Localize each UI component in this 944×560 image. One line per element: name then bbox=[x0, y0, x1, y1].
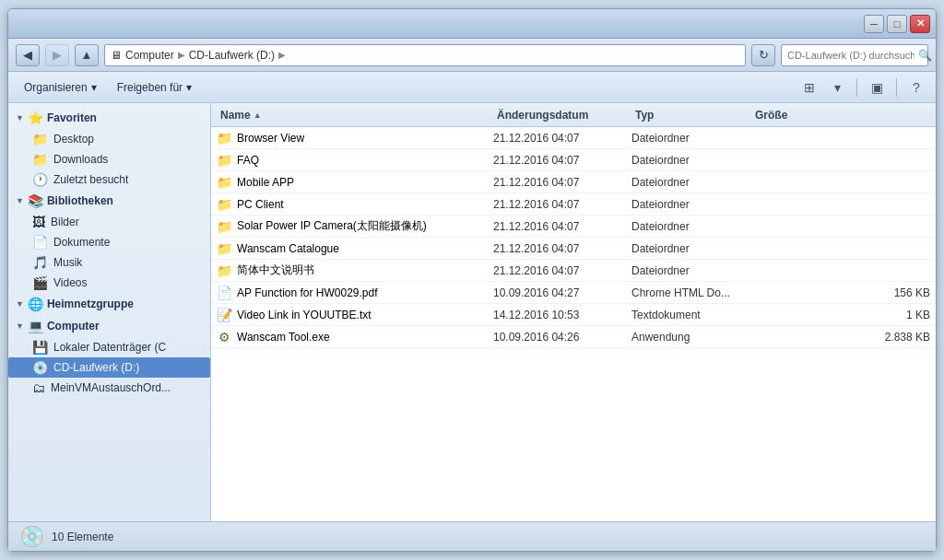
view-tiles-button[interactable]: ⊞ bbox=[797, 76, 821, 99]
table-row[interactable]: 📁 Mobile APP 21.12.2016 04:07 Dateiordne… bbox=[211, 171, 936, 193]
sidebar-item-meinvm[interactable]: 🗂 MeinVMAustauschOrd... bbox=[8, 378, 210, 398]
heimnetz-icon: 🌐 bbox=[28, 297, 43, 311]
file-name-cell: 📁 FAQ bbox=[211, 153, 488, 168]
breadcrumb-computer[interactable]: Computer bbox=[125, 49, 174, 62]
table-row[interactable]: 📝 Video Link in YOUUTBE.txt 14.12.2016 1… bbox=[211, 304, 936, 326]
organize-chevron: ▾ bbox=[91, 81, 97, 94]
col-type-label: Typ bbox=[635, 109, 654, 122]
sidebar-item-lokaler[interactable]: 💾 Lokaler Datenträger (C bbox=[8, 337, 210, 357]
col-header-size[interactable]: Größe bbox=[749, 109, 932, 122]
file-date-cell: 10.09.2016 04:26 bbox=[488, 331, 626, 344]
file-date-cell: 21.12.2016 04:07 bbox=[488, 176, 626, 189]
musik-label: Musik bbox=[53, 256, 82, 269]
toolbar: Organisieren ▾ Freigeben für ▾ ⊞ ▾ ▣ ? bbox=[8, 72, 936, 103]
table-row[interactable]: 📁 简体中文说明书 21.12.2016 04:07 Dateiordner bbox=[211, 260, 936, 282]
bilder-label: Bilder bbox=[51, 216, 79, 228]
table-row[interactable]: ⚙ Wanscam Tool.exe 10.09.2016 04:26 Anwe… bbox=[211, 326, 936, 348]
table-row[interactable]: 📁 Browser View 21.12.2016 04:07 Dateiord… bbox=[211, 127, 936, 149]
section-bibliotheken[interactable]: ▼ 📚 Bibliotheken bbox=[8, 190, 210, 212]
status-bar: 💿 10 Elemente bbox=[8, 521, 936, 551]
table-row[interactable]: 📁 Wanscam Catalogue 21.12.2016 04:07 Dat… bbox=[211, 238, 936, 260]
table-row[interactable]: 📁 Solar Power IP Camera(太阳能摄像机) 21.12.20… bbox=[211, 216, 936, 238]
file-date-cell: 21.12.2016 04:07 bbox=[488, 264, 626, 277]
view-dropdown-button[interactable]: ▾ bbox=[825, 76, 849, 99]
search-icon: 🔍 bbox=[918, 49, 932, 62]
share-label: Freigeben für bbox=[117, 81, 183, 94]
file-header: Name ▲ Änderungsdatum Typ Größe bbox=[211, 103, 936, 127]
window-controls: ─ □ ✕ bbox=[864, 15, 930, 33]
bibliotheken-triangle: ▼ bbox=[16, 196, 24, 205]
table-row[interactable]: 📁 PC Client 21.12.2016 04:07 Dateiordner bbox=[211, 193, 936, 216]
sidebar-item-zuletzt[interactable]: 🕐 Zuletzt besucht bbox=[8, 169, 210, 190]
file-type-cell: Dateiordner bbox=[626, 220, 746, 233]
file-type-cell: Anwendung bbox=[626, 331, 746, 344]
file-size-cell: 1 KB bbox=[746, 309, 936, 321]
address-bar: ◀ ▶ ▲ 🖥 Computer ▶ CD-Laufwerk (D:) ▶ ↻ … bbox=[8, 39, 936, 72]
help-button[interactable]: ? bbox=[904, 76, 928, 99]
lokaler-icon: 💾 bbox=[32, 340, 48, 355]
folder-icon: 📁 bbox=[215, 263, 233, 278]
back-button[interactable]: ◀ bbox=[16, 44, 40, 66]
zuletzt-label: Zuletzt besucht bbox=[53, 173, 128, 186]
col-header-date[interactable]: Änderungsdatum bbox=[491, 109, 630, 122]
sidebar-item-cdlaufwerk[interactable]: 💿 CD-Laufwerk (D:) bbox=[8, 357, 210, 378]
sidebar-item-dokumente[interactable]: 📄 Dokumente bbox=[8, 232, 210, 252]
bibliotheken-icon: 📚 bbox=[28, 193, 43, 208]
file-date-cell: 21.12.2016 04:07 bbox=[488, 220, 626, 233]
forward-button[interactable]: ▶ bbox=[45, 44, 69, 66]
file-pane: Name ▲ Änderungsdatum Typ Größe � bbox=[211, 103, 936, 521]
section-heimnetz[interactable]: ▼ 🌐 Heimnetzgruppe bbox=[8, 293, 210, 315]
sidebar-item-musik[interactable]: 🎵 Musik bbox=[8, 252, 210, 273]
file-size-cell: 2.838 KB bbox=[746, 331, 936, 344]
sidebar-item-videos[interactable]: 🎬 Videos bbox=[8, 273, 210, 293]
file-type-cell: Dateiordner bbox=[626, 242, 746, 255]
table-row[interactable]: 📁 FAQ 21.12.2016 04:07 Dateiordner bbox=[211, 149, 936, 171]
search-input[interactable] bbox=[787, 50, 914, 61]
file-date-cell: 10.09.2016 04:27 bbox=[488, 286, 626, 299]
table-row[interactable]: 📄 AP Function for HW0029.pdf 10.09.2016 … bbox=[211, 282, 936, 304]
file-name: Wanscam Tool.exe bbox=[237, 331, 330, 344]
organize-label: Organisieren bbox=[24, 81, 88, 94]
breadcrumb-current[interactable]: CD-Laufwerk (D:) bbox=[189, 49, 275, 62]
col-name-label: Name bbox=[220, 109, 251, 122]
organize-button[interactable]: Organisieren ▾ bbox=[16, 76, 105, 99]
sidebar-item-desktop[interactable]: 📁 Desktop bbox=[8, 129, 210, 149]
col-header-name[interactable]: Name ▲ bbox=[215, 109, 491, 122]
file-name: FAQ bbox=[237, 154, 259, 167]
share-button[interactable]: Freigeben für ▾ bbox=[109, 76, 200, 99]
breadcrumb[interactable]: 🖥 Computer ▶ CD-Laufwerk (D:) ▶ bbox=[104, 44, 746, 66]
up-button[interactable]: ▲ bbox=[75, 44, 99, 66]
sidebar-item-downloads[interactable]: 📁 Downloads bbox=[8, 149, 210, 169]
pdf-icon: 📄 bbox=[215, 286, 233, 300]
sidebar: ▼ ⭐ Favoriten 📁 Desktop 📁 Downloads 🕐 Zu… bbox=[8, 103, 211, 521]
share-chevron: ▾ bbox=[186, 81, 192, 94]
heimnetz-triangle: ▼ bbox=[16, 299, 24, 309]
col-header-type[interactable]: Typ bbox=[630, 109, 749, 122]
search-box[interactable]: 🔍 bbox=[781, 44, 928, 66]
sidebar-item-bilder[interactable]: 🖼 Bilder bbox=[8, 212, 210, 232]
folder-icon: 📁 bbox=[215, 241, 233, 256]
file-type-cell: Dateiordner bbox=[626, 264, 746, 277]
folder-icon: 📁 bbox=[215, 219, 233, 234]
section-favoriten[interactable]: ▼ ⭐ Favoriten bbox=[8, 107, 210, 129]
close-button[interactable]: ✕ bbox=[910, 15, 930, 33]
file-name: Browser View bbox=[237, 132, 304, 145]
folder-icon: 📁 bbox=[215, 131, 233, 146]
videos-icon: 🎬 bbox=[32, 275, 48, 290]
file-type-cell: Dateiordner bbox=[626, 198, 746, 211]
toolbar-right: ⊞ ▾ ▣ ? bbox=[797, 76, 928, 99]
minimize-button[interactable]: ─ bbox=[864, 15, 884, 33]
preview-pane-button[interactable]: ▣ bbox=[865, 76, 889, 99]
status-cd-icon: 💿 bbox=[19, 525, 44, 549]
toolbar-divider2 bbox=[896, 78, 897, 97]
file-name-cell: 📁 PC Client bbox=[211, 197, 488, 212]
txt-icon: 📝 bbox=[215, 308, 233, 322]
file-name: Video Link in YOUUTBE.txt bbox=[237, 309, 372, 321]
file-name: PC Client bbox=[237, 198, 284, 211]
file-date-cell: 21.12.2016 04:07 bbox=[488, 198, 626, 211]
refresh-button[interactable]: ↻ bbox=[751, 44, 775, 66]
meinvm-icon: 🗂 bbox=[32, 380, 45, 395]
maximize-button[interactable]: □ bbox=[887, 15, 907, 33]
section-computer[interactable]: ▼ 💻 Computer bbox=[8, 315, 210, 337]
file-date-cell: 14.12.2016 10:53 bbox=[488, 309, 626, 321]
